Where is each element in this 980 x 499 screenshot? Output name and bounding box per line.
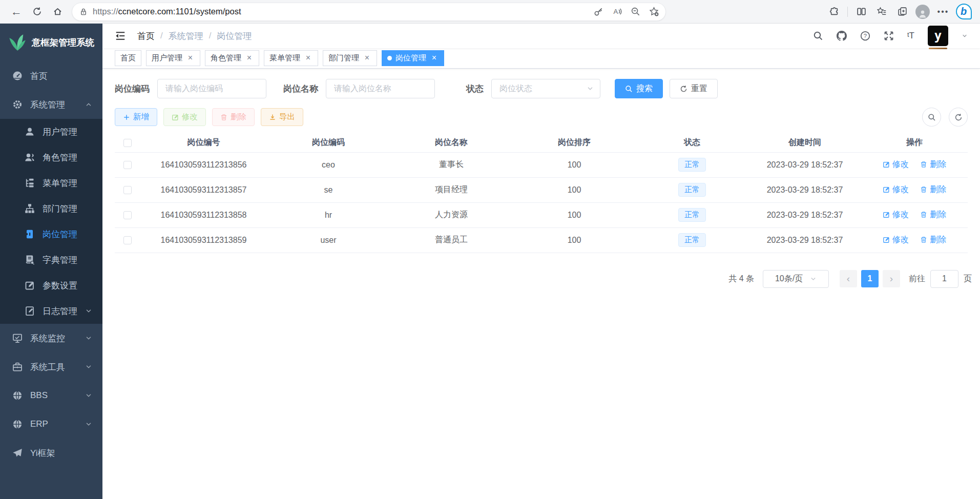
row-checkbox[interactable] <box>123 236 132 244</box>
row-edit-link[interactable]: 修改 <box>883 159 909 170</box>
prev-page-button[interactable]: ‹ <box>840 270 857 287</box>
post-table: 岗位编号 岗位编码 岗位名称 岗位排序 状态 创建时间 操作 164103059… <box>115 133 968 253</box>
svg-text:A: A <box>613 8 618 15</box>
browser-menu-icon[interactable]: ••• <box>934 3 952 21</box>
sidebar-item-yi-framework[interactable]: Yi框架 <box>0 439 102 467</box>
sidebar-item-tools[interactable]: 系统工具 <box>0 352 102 381</box>
page-number-1[interactable]: 1 <box>861 270 879 287</box>
tag-menu-mgmt[interactable]: 菜单管理× <box>264 50 318 66</box>
sidebar-item-label: 系统管理 <box>30 99 65 111</box>
sidebar-item-bbs[interactable]: BBS <box>0 381 102 410</box>
tag-home[interactable]: 首页 <box>115 50 141 66</box>
sidebar-item-dept-mgmt[interactable]: 部门管理 <box>0 196 102 221</box>
profile-avatar[interactable] <box>913 3 932 21</box>
toolbar-divider <box>847 7 848 17</box>
close-icon[interactable]: × <box>363 54 371 63</box>
row-delete-link[interactable]: 删除 <box>920 235 946 245</box>
sidebar-fold-icon[interactable] <box>115 30 126 41</box>
org-tree-icon <box>25 203 35 214</box>
sidebar-item-dict-mgmt[interactable]: 字典管理 <box>0 247 102 273</box>
close-icon[interactable]: × <box>186 54 195 63</box>
tag-dept-mgmt[interactable]: 部门管理× <box>323 50 377 66</box>
tag-post-mgmt[interactable]: 岗位管理× <box>382 50 444 66</box>
goto-page-input[interactable] <box>930 270 958 288</box>
status-select[interactable]: 岗位状态 <box>491 79 600 98</box>
sidebar-item-label: BBS <box>30 390 48 401</box>
table-row: 1641030593112313859 user 普通员工 100 正常 202… <box>115 227 968 253</box>
close-icon[interactable]: × <box>430 54 439 63</box>
post-name-input[interactable] <box>326 79 435 98</box>
chevron-down-icon <box>85 335 92 342</box>
sidebar-item-param-settings[interactable]: 参数设置 <box>0 273 102 298</box>
sidebar-item-user-mgmt[interactable]: 用户管理 <box>0 119 102 144</box>
row-delete-link[interactable]: 删除 <box>920 210 946 220</box>
row-checkbox[interactable] <box>123 186 132 194</box>
refresh-table-button[interactable] <box>949 108 968 127</box>
password-key-icon[interactable] <box>590 4 607 19</box>
sidebar-item-home[interactable]: 首页 <box>0 61 102 90</box>
sidebar-item-label: 部门管理 <box>43 203 77 215</box>
zoom-out-icon[interactable] <box>627 4 644 19</box>
row-edit-link[interactable]: 修改 <box>883 184 909 195</box>
sidebar-item-menu-mgmt[interactable]: 菜单管理 <box>0 170 102 196</box>
row-checkbox[interactable] <box>123 161 132 169</box>
toggle-search-button[interactable] <box>922 108 941 127</box>
sidebar-item-monitor[interactable]: 系统监控 <box>0 324 102 352</box>
row-edit-link[interactable]: 修改 <box>883 235 909 245</box>
header-search-icon[interactable] <box>813 31 823 41</box>
select-all-checkbox[interactable] <box>123 139 132 147</box>
address-bar[interactable]: https://ccnetcore.com:1101/system/post A <box>72 3 666 21</box>
breadcrumb-home[interactable]: 首页 <box>137 30 155 42</box>
status-label: 状态 <box>466 83 484 95</box>
globe-icon <box>12 419 23 429</box>
site-lock-icon[interactable] <box>79 8 88 16</box>
read-aloud-icon[interactable]: A <box>608 4 625 19</box>
split-screen-icon[interactable] <box>852 3 870 21</box>
sidebar: 意框架管理系统 首页 系统管理 用户管理 <box>0 24 102 499</box>
url-text: https://ccnetcore.com:1101/system/post <box>93 7 241 16</box>
sidebar-item-system[interactable]: 系统管理 <box>0 90 102 119</box>
favorites-bar-icon[interactable] <box>872 3 891 21</box>
row-delete-link[interactable]: 删除 <box>920 184 946 195</box>
search-button[interactable]: 搜索 <box>615 79 663 98</box>
add-button[interactable]: 新增 <box>115 108 157 126</box>
user-avatar[interactable]: y <box>928 26 948 46</box>
browser-back-button[interactable]: ← <box>7 3 26 21</box>
browser-home-button[interactable] <box>48 3 67 21</box>
text-size-icon[interactable]: tT <box>907 31 914 41</box>
sidebar-item-role-mgmt[interactable]: 角色管理 <box>0 144 102 170</box>
row-edit-link[interactable]: 修改 <box>883 210 909 220</box>
help-icon[interactable]: ? <box>860 31 870 41</box>
page-size-select[interactable]: 10条/页 <box>763 270 829 288</box>
post-code-input[interactable] <box>157 79 266 98</box>
status-badge: 正常 <box>678 183 706 197</box>
fullscreen-icon[interactable] <box>884 31 894 41</box>
tag-role-mgmt[interactable]: 角色管理× <box>205 50 259 66</box>
sidebar-item-log-mgmt[interactable]: 日志管理 <box>0 298 102 324</box>
close-icon[interactable]: × <box>245 54 254 63</box>
browser-extensions-icon[interactable] <box>825 3 843 21</box>
collections-icon[interactable] <box>893 3 911 21</box>
row-checkbox[interactable] <box>123 211 132 219</box>
app-logo[interactable]: 意框架管理系统 <box>0 24 102 61</box>
browser-actions: ••• b <box>825 3 973 21</box>
edit-button[interactable]: 修改 <box>163 108 206 126</box>
github-icon[interactable] <box>837 31 847 41</box>
browser-refresh-button[interactable] <box>28 3 46 21</box>
globe-icon <box>12 390 23 401</box>
sidebar-item-post-mgmt[interactable]: 岗位管理 <box>0 221 102 247</box>
tag-user-mgmt[interactable]: 用户管理× <box>146 50 200 66</box>
sidebar-item-erp[interactable]: ERP <box>0 410 102 439</box>
bing-chat-icon[interactable]: b <box>954 3 973 21</box>
breadcrumb: 首页 / 系统管理 / 岗位管理 <box>137 30 252 42</box>
user-menu-caret-icon[interactable] <box>962 33 968 39</box>
dictionary-icon <box>25 255 35 265</box>
users-icon <box>25 152 35 162</box>
delete-button[interactable]: 删除 <box>212 108 255 126</box>
export-button[interactable]: 导出 <box>261 108 303 126</box>
favorites-add-icon[interactable] <box>645 4 662 19</box>
close-icon[interactable]: × <box>304 54 312 63</box>
reset-button[interactable]: 重置 <box>670 79 718 98</box>
row-delete-link[interactable]: 删除 <box>920 159 946 170</box>
next-page-button[interactable]: › <box>883 270 900 287</box>
